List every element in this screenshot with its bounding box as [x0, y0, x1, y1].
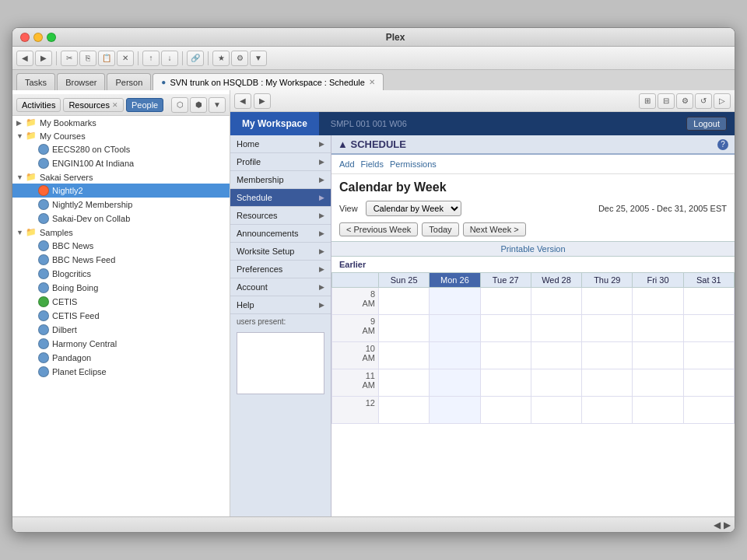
sidebar-item-nightly2_membership[interactable]: Nightly2 Membership: [12, 198, 230, 212]
permissions-link[interactable]: Permissions: [390, 159, 437, 169]
minimize-button[interactable]: [33, 33, 43, 42]
folder-arrow-samples[interactable]: ▼: [16, 229, 26, 236]
sidebar-item-blogcritics[interactable]: Blogcritics: [12, 267, 230, 281]
close-icon[interactable]: ✕: [369, 78, 375, 86]
sidebar-item-harmony[interactable]: Harmony Central: [12, 337, 230, 351]
nav-item-resources[interactable]: Resources▶: [230, 207, 331, 225]
sidebar-item-bbc_news_feed[interactable]: BBC News Feed: [12, 253, 230, 267]
sidebar-item-cetis[interactable]: CETIS: [12, 295, 230, 309]
content-extra-btn[interactable]: ▷: [714, 93, 731, 109]
nav-item-announcements[interactable]: Announcements▶: [230, 225, 331, 243]
sidebar-tab-activities[interactable]: Activities: [16, 98, 61, 112]
cal-cell-thu-12[interactable]: [582, 397, 633, 424]
view-select[interactable]: Calendar by Week: [366, 201, 461, 216]
folder-arrow-sakai_servers[interactable]: ▼: [16, 173, 26, 181]
sidebar-shrink-button[interactable]: ⬡: [171, 97, 188, 113]
cal-cell-wed-9AM[interactable]: [531, 315, 581, 342]
cal-cell-thu-11AM[interactable]: [582, 369, 633, 397]
add-link[interactable]: Add: [339, 159, 355, 169]
paste-button[interactable]: 📋: [98, 51, 115, 66]
cal-cell-mon-9AM[interactable]: [430, 315, 480, 342]
cal-cell-sun-11AM[interactable]: [379, 369, 430, 397]
content-back-button[interactable]: ◀: [234, 93, 251, 109]
sidebar-tab-resources[interactable]: Resources ✕: [63, 98, 124, 112]
nav-item-help[interactable]: Help▶: [230, 296, 331, 314]
bookmark-button[interactable]: ★: [212, 51, 230, 66]
cal-cell-sat-12[interactable]: [683, 397, 734, 424]
nav-item-preferences[interactable]: Preferences▶: [230, 261, 331, 278]
sidebar-item-planet_eclipse[interactable]: Planet Eclipse: [12, 365, 230, 379]
cal-cell-wed-12[interactable]: [531, 397, 581, 424]
cal-cell-sun-8AM[interactable]: [379, 288, 430, 315]
cal-cell-fri-10AM[interactable]: [633, 342, 683, 369]
sidebar-item-bbc_news[interactable]: BBC News: [12, 239, 230, 253]
scroll-right-icon[interactable]: ▶: [724, 520, 731, 530]
cal-cell-mon-11AM[interactable]: [430, 369, 480, 397]
link-button[interactable]: 🔗: [187, 51, 204, 66]
prev-week-button[interactable]: < Previous Week: [339, 222, 418, 236]
printable-version-link[interactable]: Printable Version: [331, 241, 735, 257]
cal-cell-fri-8AM[interactable]: [633, 288, 683, 315]
cal-cell-sun-9AM[interactable]: [379, 315, 430, 342]
tab-browser[interactable]: Browser: [57, 73, 105, 90]
cal-cell-sat-8AM[interactable]: [683, 288, 734, 315]
cal-cell-sat-11AM[interactable]: [683, 369, 734, 397]
cal-cell-fri-12[interactable]: [633, 397, 683, 424]
up-button[interactable]: ↑: [142, 51, 160, 66]
close-button[interactable]: [20, 33, 30, 42]
content-refresh-btn[interactable]: ↺: [695, 93, 712, 109]
sidebar-menu-button[interactable]: ▼: [209, 97, 226, 113]
nav-item-home[interactable]: Home▶: [230, 135, 331, 153]
tab-svn[interactable]: ● SVN trunk on HSQLDB : My Workspace : S…: [153, 73, 384, 90]
my-workspace-tab[interactable]: My Workspace: [230, 112, 319, 135]
back-button[interactable]: ◀: [16, 51, 33, 66]
cal-cell-tue-10AM[interactable]: [480, 342, 531, 369]
nav-item-profile[interactable]: Profile▶: [230, 153, 331, 171]
cal-cell-wed-10AM[interactable]: [531, 342, 581, 369]
cal-cell-tue-12[interactable]: [480, 397, 531, 424]
help-icon[interactable]: ?: [717, 139, 728, 150]
forward-button[interactable]: ▶: [35, 51, 52, 66]
folder-arrow-courses[interactable]: ▼: [16, 132, 26, 140]
nav-item-membership[interactable]: Membership▶: [230, 171, 331, 189]
cut-button[interactable]: ✂: [61, 51, 78, 66]
cal-cell-sat-9AM[interactable]: [683, 315, 734, 342]
cal-cell-thu-10AM[interactable]: [582, 342, 633, 369]
down-button[interactable]: ↓: [161, 51, 178, 66]
more-button[interactable]: ▼: [250, 51, 267, 66]
cal-cell-mon-12[interactable]: [430, 397, 480, 424]
cal-cell-fri-11AM[interactable]: [633, 369, 683, 397]
cal-cell-thu-8AM[interactable]: [582, 288, 633, 315]
maximize-button[interactable]: [47, 33, 56, 42]
tab-tasks[interactable]: Tasks: [16, 73, 55, 90]
resources-close-icon[interactable]: ✕: [112, 101, 118, 109]
cal-cell-mon-10AM[interactable]: [430, 342, 480, 369]
sidebar-expand-button[interactable]: ⬢: [190, 97, 207, 113]
content-settings-btn[interactable]: ⚙: [676, 93, 693, 109]
cal-cell-sun-12[interactable]: [379, 397, 430, 424]
sidebar-item-bookmarks[interactable]: ▶📁My Bookmarks: [12, 116, 230, 129]
cal-cell-wed-8AM[interactable]: [531, 288, 581, 315]
sidebar-item-nightly2[interactable]: Nightly2: [12, 184, 230, 198]
fields-link[interactable]: Fields: [361, 159, 384, 169]
cal-cell-tue-9AM[interactable]: [480, 315, 531, 342]
sidebar-item-boing_boing[interactable]: Boing Boing: [12, 281, 230, 295]
sidebar-item-courses[interactable]: ▼📁My Courses: [12, 129, 230, 142]
cal-cell-thu-9AM[interactable]: [582, 315, 633, 342]
sidebar-item-pandagon[interactable]: Pandagon: [12, 351, 230, 365]
cal-cell-sun-10AM[interactable]: [379, 342, 430, 369]
cal-cell-mon-8AM[interactable]: [430, 288, 480, 315]
cal-cell-tue-11AM[interactable]: [480, 369, 531, 397]
folder-arrow-bookmarks[interactable]: ▶: [16, 119, 26, 127]
settings-button[interactable]: ⚙: [231, 51, 248, 66]
sidebar-item-sakai_servers[interactable]: ▼📁Sakai Servers: [12, 170, 230, 184]
nav-item-account[interactable]: Account▶: [230, 278, 331, 296]
cal-cell-sat-10AM[interactable]: [683, 342, 734, 369]
sidebar-item-samples[interactable]: ▼📁Samples: [12, 226, 230, 239]
sidebar-item-eecs280[interactable]: EECS280 on CTools: [12, 142, 230, 156]
sidebar-item-dilbert[interactable]: Dilbert: [12, 323, 230, 337]
cal-cell-tue-8AM[interactable]: [480, 288, 531, 315]
next-week-button[interactable]: Next Week >: [463, 222, 526, 236]
content-layout-btn2[interactable]: ⊟: [658, 93, 675, 109]
cal-cell-fri-9AM[interactable]: [633, 315, 683, 342]
